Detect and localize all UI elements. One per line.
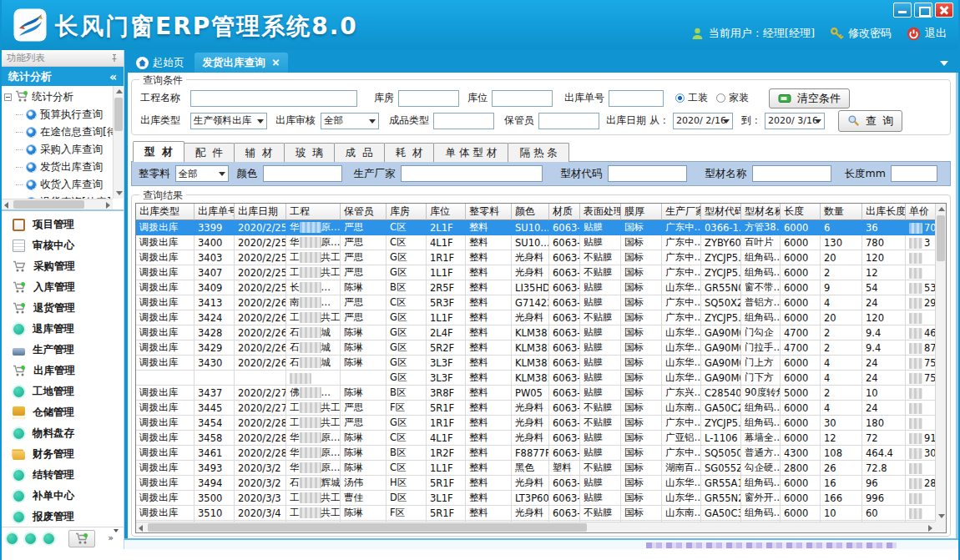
tree-root[interactable]: 统计分析 bbox=[4, 88, 112, 106]
pin-icon[interactable] bbox=[110, 53, 119, 63]
table-row[interactable]: 调拨出库34292020/2/26石城陈琳G区5R2F整料KLM38176063… bbox=[136, 341, 947, 356]
tab-close-icon[interactable] bbox=[272, 59, 280, 67]
clear-conditions-button[interactable]: 清空条件 bbox=[769, 88, 850, 108]
column-header-type[interactable]: 出库类型 bbox=[136, 204, 195, 220]
column-header-price[interactable]: 单价 bbox=[906, 204, 939, 220]
sidebar-item-dot[interactable]: 报废管理 bbox=[2, 507, 124, 527]
table-row[interactable]: 调拨出库34942020/3/2石辉城汤伟H区5R1F整料光身料6063-T5贴… bbox=[136, 476, 947, 491]
profile-code-input[interactable] bbox=[608, 165, 687, 182]
tree-item[interactable]: 发货出库查询 bbox=[4, 159, 112, 176]
sidebar-item-dot[interactable]: 结转管理 bbox=[2, 465, 124, 486]
radio-jiazhuang[interactable]: 家装 bbox=[716, 91, 757, 105]
table-row[interactable]: 调拨出库34132020/2/26南…严思C区5R3F整料G714226063-… bbox=[136, 295, 947, 310]
table-row[interactable]: 调拨出库35102020/3/4工共工程陈琳F区5R1F整料光身料6063-T5… bbox=[136, 506, 947, 521]
table-row[interactable]: 调拨出库35002020/3/3工共工程曹佳D区3L1F整料LT3P606063… bbox=[136, 491, 947, 506]
sidebar-item-warehouse[interactable]: 仓储管理 bbox=[2, 402, 124, 423]
profile-name-input[interactable] bbox=[752, 165, 831, 182]
column-header-surf[interactable]: 表面处理 bbox=[580, 204, 621, 220]
table-row[interactable]: 调拨出库34582020/2/28华原…陈琳C区4L1F整料光身料6063-T5… bbox=[136, 431, 947, 446]
tree-item[interactable]: 在途信息查询[待 bbox=[4, 124, 112, 141]
column-header-qty[interactable]: 数量 bbox=[821, 204, 862, 220]
grid-vertical-scrollbar[interactable] bbox=[935, 204, 946, 522]
out-type-select[interactable]: 生产领料出库 bbox=[190, 113, 267, 129]
table-row[interactable]: 调拨出库34372020/2/27佛…陈琳B区3R8F整料PW056063-T5… bbox=[136, 386, 947, 401]
length-input[interactable] bbox=[891, 165, 937, 182]
footer-dot-icon[interactable] bbox=[7, 533, 18, 544]
column-header-no[interactable]: 出库单号 bbox=[195, 204, 235, 220]
tab-home[interactable]: 起始页 bbox=[128, 53, 193, 73]
whole-part-select[interactable]: 全部 bbox=[175, 165, 229, 182]
search-button[interactable]: 查 询 bbox=[838, 110, 902, 132]
sidebar-section-statistics[interactable]: 统计分析 « bbox=[2, 67, 124, 86]
manufacturer-input[interactable] bbox=[401, 165, 543, 182]
table-row[interactable]: 调拨出库34242020/2/26工共工程严思G区1L1F整料光身料6063-T… bbox=[136, 310, 947, 325]
material-tab[interactable]: 成 品 bbox=[334, 143, 385, 162]
column-header-wh[interactable]: 库房 bbox=[387, 204, 427, 220]
material-tab[interactable]: 配 件 bbox=[184, 143, 235, 162]
column-header-date[interactable]: 出库日期 bbox=[235, 204, 286, 220]
footer-dot-icon[interactable] bbox=[43, 533, 54, 544]
sidebar-item-cart[interactable]: 采购管理 bbox=[2, 256, 124, 277]
minimize-icon[interactable] bbox=[893, 3, 912, 18]
column-header-color[interactable]: 颜色 bbox=[512, 204, 549, 220]
sidebar-item-clipboard[interactable]: 项目管理 bbox=[2, 214, 124, 235]
sidebar-item-note[interactable]: 审核中心 bbox=[2, 235, 124, 256]
project-name-input[interactable] bbox=[190, 90, 357, 107]
sidebar-item-folder[interactable]: 财务管理 bbox=[2, 444, 124, 465]
column-header-film[interactable]: 膜厚 bbox=[621, 204, 662, 220]
material-tab[interactable]: 耗 材 bbox=[384, 143, 435, 162]
sidebar-item-dot[interactable]: 补单中心 bbox=[2, 486, 124, 507]
column-header-outlen[interactable]: 出库长度 bbox=[862, 204, 906, 220]
warehouse-input[interactable] bbox=[398, 90, 459, 107]
footer-cart-button[interactable] bbox=[68, 530, 95, 547]
tree-expander-icon[interactable] bbox=[4, 93, 12, 101]
change-password-button[interactable]: 修改密码 bbox=[830, 26, 892, 41]
sidebar-item-dot[interactable]: 退库管理 bbox=[2, 319, 124, 340]
grid-horizontal-scrollbar[interactable] bbox=[136, 522, 935, 532]
table-row[interactable]: 调拨出库34542020/2/28工共工程严思G区1R1F整料光身料6063-T… bbox=[136, 416, 947, 431]
logout-button[interactable]: 退出 bbox=[907, 26, 947, 41]
sidebar-item-cart-green[interactable]: 退货管理 bbox=[2, 298, 124, 319]
footer-more-button[interactable]: » bbox=[108, 535, 119, 542]
maximize-icon[interactable] bbox=[914, 3, 932, 18]
date-to-picker[interactable]: 2020/ 3/16 bbox=[765, 113, 825, 129]
date-from-picker[interactable]: 2020/ 2/16 bbox=[673, 113, 733, 129]
sidebar-item-dot[interactable]: 物料盘存 bbox=[2, 423, 124, 444]
column-header-name[interactable]: 型材名称 bbox=[741, 204, 781, 220]
table-row[interactable]: 调拨出库34092020/2/25长…陈琳B区2R5F整料LI35HD6063-… bbox=[136, 280, 947, 295]
table-row[interactable]: 调拨出库34932020/3/2华原…陈琳C区1L1F整料黑色塑料不贴膜国标湖南… bbox=[136, 461, 947, 476]
column-header-proj[interactable]: 工程 bbox=[286, 204, 341, 220]
sidebar-item-cart-green[interactable]: 入库管理 bbox=[2, 277, 124, 298]
tree-vertical-scrollbar[interactable] bbox=[113, 86, 124, 199]
material-tab[interactable]: 隔 热 条 bbox=[508, 143, 568, 162]
audit-select[interactable]: 全部 bbox=[321, 113, 379, 129]
table-row[interactable]: 调拨出库34452020/2/27工共工程严思F区5R1F整料光身料6063-T… bbox=[136, 401, 947, 416]
radio-gongzhuang[interactable]: 工装 bbox=[675, 91, 716, 105]
tree-item[interactable]: 收货入库查询 bbox=[4, 176, 112, 194]
column-header-mat[interactable]: 材质 bbox=[549, 204, 580, 220]
collapse-icon[interactable]: « bbox=[109, 70, 117, 83]
tab-shipment-outbound-query[interactable]: 发货出库查询 bbox=[195, 53, 288, 73]
tree-horizontal-scrollbar[interactable] bbox=[2, 199, 113, 209]
table-row[interactable]: 调拨出库34072020/2/25工共工程严思G区1L1F整料光身料6063-T… bbox=[136, 265, 947, 280]
column-header-code[interactable]: 型材代码 bbox=[701, 204, 741, 220]
table-row[interactable]: 调拨出库34282020/2/26石城陈琳G区2L4F整料KLM38176063… bbox=[136, 325, 947, 341]
column-header-loc[interactable]: 库位 bbox=[427, 204, 466, 220]
table-row[interactable]: 调拨出库34302020/2/26石城陈琳G区3L3F整料KLM38176063… bbox=[136, 356, 947, 371]
column-header-len[interactable]: 长度 bbox=[781, 204, 821, 220]
table-row[interactable]: 调拨出库34612020/2/28华原…陈琳B区1R2F整料F8877FT606… bbox=[136, 446, 947, 461]
column-header-wp[interactable]: 整零料 bbox=[466, 204, 512, 220]
column-header-keeper[interactable]: 保管员 bbox=[341, 204, 387, 220]
table-row[interactable]: G区3L3F整料KLM38176063-T5贴膜国标山东华…GA90M09.门下… bbox=[136, 371, 947, 386]
location-input[interactable] bbox=[492, 90, 553, 107]
close-icon[interactable] bbox=[935, 3, 953, 18]
column-header-mfr[interactable]: 生产厂家 bbox=[662, 204, 701, 220]
sidebar-item-machine[interactable]: 生产管理 bbox=[2, 340, 124, 361]
table-row[interactable]: 调拨出库34032020/2/25工共工程严思G区1R1F整料光身料6063-T… bbox=[136, 250, 947, 265]
tab-list-caret-icon[interactable] bbox=[940, 61, 948, 66]
sidebar-item-cart-green[interactable]: 出库管理 bbox=[2, 361, 124, 381]
table-row[interactable]: 调拨出库34002020/2/25华原…严思C区4L1F整料SU10…6063-… bbox=[136, 235, 947, 250]
table-row[interactable]: 调拨出库33992020/2/25华原…严思C区2L1F整料SU10…6063-… bbox=[136, 220, 947, 235]
footer-dot-icon[interactable] bbox=[25, 533, 36, 544]
material-tab[interactable]: 型 材 bbox=[133, 141, 184, 162]
